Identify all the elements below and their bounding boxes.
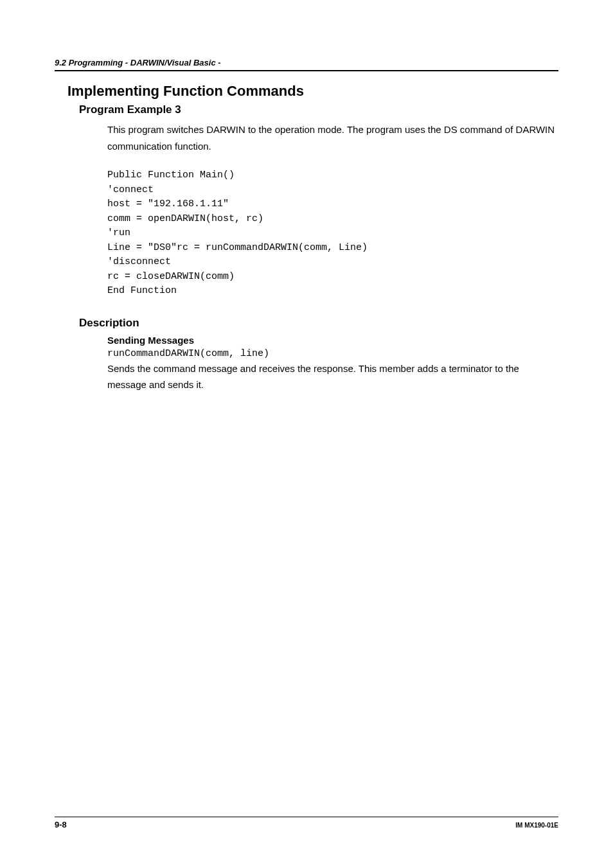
page-number: 9-8 — [55, 820, 67, 829]
header-rule — [55, 70, 558, 71]
section-label: 9.2 Programming - DARWIN/Visual Basic - — [55, 58, 558, 67]
sending-messages-heading: Sending Messages — [107, 335, 558, 346]
intro-paragraph: This program switches DARWIN to the oper… — [107, 121, 558, 154]
code-block: Public Function Main() 'connect host = "… — [107, 168, 558, 299]
description-heading: Description — [79, 317, 558, 330]
document-id: IM MX190-01E — [515, 822, 558, 829]
program-example-heading: Program Example 3 — [79, 103, 558, 116]
footer-rule — [55, 817, 558, 817]
page-footer: 9-8 IM MX190-01E — [55, 817, 558, 829]
sending-description: Sends the command message and receives t… — [107, 360, 558, 393]
function-signature: runCommandDARWIN(comm, line) — [107, 348, 558, 359]
main-heading: Implementing Function Commands — [67, 83, 558, 100]
footer-content: 9-8 IM MX190-01E — [55, 820, 558, 829]
page-header: 9.2 Programming - DARWIN/Visual Basic - — [55, 58, 558, 71]
